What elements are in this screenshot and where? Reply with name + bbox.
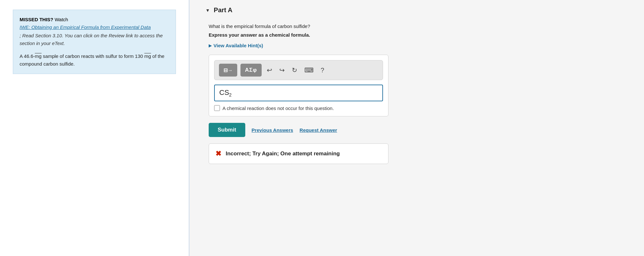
formula-subscript: 2 (229, 92, 232, 97)
missed-this-box: MISSED THIS? Watch IWE: Obtaining an Emp… (13, 10, 176, 74)
keyboard-button[interactable]: ⌨ (302, 65, 316, 75)
symbol-button[interactable]: ΑΣφ (240, 64, 262, 77)
feedback-text: Incorrect; Try Again; One attempt remain… (226, 151, 340, 157)
feedback-box: ✖ Incorrect; Try Again; One attempt rema… (209, 143, 388, 164)
no-reaction-checkbox[interactable] (214, 105, 220, 111)
answer-box: ⊟→ ΑΣφ ↩ ↪ ↻ ⌨ ? (209, 55, 388, 116)
hint-link[interactable]: ▶ View Available Hint(s) (209, 43, 628, 48)
watch-label: Watch (55, 17, 68, 22)
review-text: ; Read Section 3.10. You can click on th… (20, 32, 169, 47)
mg-unit-2: mg (144, 53, 151, 59)
part-header: ▼ Part A (205, 6, 628, 14)
undo-icon: ↩ (267, 66, 272, 74)
toolbar: ⊟→ ΑΣφ ↩ ↪ ↻ ⌨ ? (214, 60, 383, 80)
iwe-link[interactable]: IWE: Obtaining an Empirical Formula from… (20, 24, 151, 30)
template-button[interactable]: ⊟→ (219, 64, 237, 77)
submit-button[interactable]: Submit (209, 123, 245, 137)
redo-button[interactable]: ↪ (277, 65, 287, 75)
help-icon: ? (321, 67, 324, 74)
hint-label: View Available Hint(s) (213, 43, 263, 48)
refresh-button[interactable]: ↻ (290, 65, 299, 75)
incorrect-icon: ✖ (215, 150, 221, 158)
template-icon: ⊟→ (223, 67, 233, 73)
question-text: What is the empirical formula of carbon … (209, 23, 628, 29)
left-panel: MISSED THIS? Watch IWE: Obtaining an Emp… (0, 0, 189, 256)
undo-button[interactable]: ↩ (265, 65, 274, 75)
part-title: Part A (214, 6, 232, 14)
problem-text: A 46.6-mg sample of carbon reacts with s… (20, 52, 169, 68)
symbol-icon: ΑΣφ (245, 67, 257, 73)
express-instruction: Express your answer as a chemical formul… (209, 32, 628, 38)
formula-display: CS2 (219, 88, 231, 96)
chemical-formula-input[interactable]: CS2 (214, 85, 383, 101)
help-button[interactable]: ? (319, 65, 326, 75)
previous-answers-button[interactable]: Previous Answers (252, 127, 293, 133)
action-row: Submit Previous Answers Request Answer (209, 123, 628, 137)
refresh-icon: ↻ (292, 66, 297, 74)
no-reaction-label: A chemical reaction does not occur for t… (222, 105, 334, 111)
right-panel: ▼ Part A What is the empirical formula o… (189, 0, 644, 256)
missed-title: MISSED THIS? (20, 17, 53, 22)
question-section: What is the empirical formula of carbon … (205, 23, 628, 164)
hint-triangle-icon: ▶ (209, 43, 212, 48)
redo-icon: ↪ (279, 66, 285, 74)
no-reaction-row: A chemical reaction does not occur for t… (214, 105, 383, 111)
collapse-triangle-icon[interactable]: ▼ (205, 8, 210, 13)
request-answer-button[interactable]: Request Answer (300, 127, 337, 133)
mg-unit-1: mg (35, 53, 42, 59)
keyboard-icon: ⌨ (304, 66, 314, 74)
